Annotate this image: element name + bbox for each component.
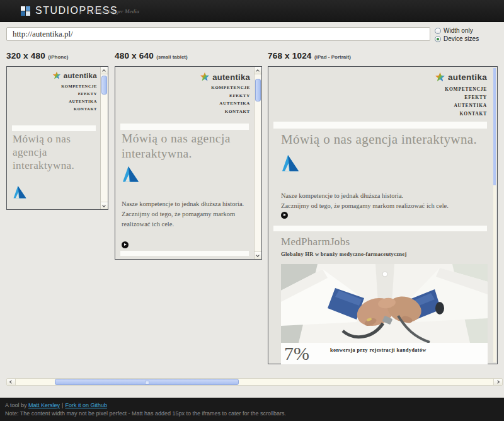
- paragraph-line-2: Zacznijmy od tego, że pomagamy markom re…: [122, 211, 235, 228]
- site-heading: Mówią o nas agencja interaktywna.: [122, 131, 249, 161]
- autentika-star-icon: [435, 72, 445, 83]
- radio-width-only-label: Width only: [444, 27, 473, 34]
- autentika-logo-text: autentika: [212, 72, 250, 82]
- autentika-star-icon: [52, 71, 61, 80]
- paragraph-line-1: Nasze kompetencje to jednak dłuższa hist…: [281, 192, 403, 199]
- footer-note: Note: The content width may not be pixel…: [5, 410, 286, 417]
- author-link[interactable]: Matt Kersley: [28, 402, 60, 408]
- autentika-logo-text: autentika: [448, 72, 487, 82]
- scroll-left-button[interactable]: [7, 379, 16, 385]
- nav-item-efekty[interactable]: EFEKTY: [445, 93, 487, 101]
- url-input[interactable]: [6, 27, 430, 41]
- frame3-size: 768 x 1024: [268, 51, 312, 61]
- view-mode-radio-group: Width only Device sizes: [435, 26, 479, 43]
- site-paragraph: Nasze kompetencje to jednak dłuższa hist…: [281, 191, 449, 211]
- scroll-right-button[interactable]: [493, 379, 502, 385]
- app-header: STUDIOPRESS by Copyblogger Media: [0, 0, 504, 22]
- scroll-up-button[interactable]: [101, 67, 108, 74]
- app-footer: A tool by Matt Kersley|Fork it on Github…: [0, 398, 504, 421]
- nav-item-autentika[interactable]: AUTENTIKA: [211, 100, 250, 108]
- nav-item-autentika[interactable]: AUTENTIKA: [61, 98, 97, 105]
- preview-iframe-768x1024: autentika KOMPETENCJE EFEKTY AUTENTIKA K…: [268, 66, 498, 364]
- stat-band: 7% konwersja przy rejestracji kandydatów: [281, 343, 488, 364]
- scroll-down-button[interactable]: [101, 202, 108, 209]
- preview-iframe-320x480: autentika KOMPETENCJE EFEKTY AUTENTIKA K…: [6, 66, 108, 210]
- nav-item-kompetencje[interactable]: KOMPETENCJE: [61, 83, 97, 90]
- frame1-size-label: 320 x 480 (iPhone): [6, 50, 68, 61]
- content-divider-bar: [273, 122, 487, 129]
- site-nav: KOMPETENCJE EFEKTY AUTENTIKA KONTAKT: [61, 83, 97, 113]
- content-divider-bar: [120, 251, 249, 256]
- responsive-testing-tool-page: STUDIOPRESS by Copyblogger Media Width o…: [0, 0, 504, 421]
- frame2-size-label: 480 x 640 (small tablet): [115, 50, 188, 61]
- site-heading: Mówią o nas agencja interaktywna.: [13, 132, 97, 172]
- nav-item-kontakt[interactable]: KONTAKT: [445, 110, 487, 118]
- nav-item-efekty[interactable]: EFEKTY: [211, 92, 250, 100]
- frame2-vertical-scrollbar[interactable]: [254, 67, 261, 259]
- site-nav: KOMPETENCJE EFEKTY AUTENTIKA KONTAKT: [445, 85, 487, 118]
- radio-device-sizes-label: Device sizes: [444, 35, 479, 42]
- scroll-down-button[interactable]: [255, 251, 261, 259]
- autentika-triangle-icon: [281, 154, 300, 172]
- stat-value: 7%: [284, 343, 309, 364]
- nav-item-kontakt[interactable]: KONTAKT: [211, 108, 250, 116]
- content-divider-bar: [273, 226, 487, 231]
- radio-width-only-icon[interactable]: [435, 28, 441, 34]
- site-nav: KOMPETENCJE EFEKTY AUTENTIKA KONTAKT: [211, 84, 250, 115]
- play-button[interactable]: [122, 241, 129, 248]
- scrollbar-thumb[interactable]: [493, 68, 496, 185]
- nav-item-efekty[interactable]: EFEKTY: [61, 90, 97, 98]
- paragraph-line-2: Zacznijmy od tego, że pomagamy markom re…: [281, 202, 449, 209]
- radio-option-device-sizes[interactable]: Device sizes: [435, 35, 479, 43]
- paragraph-line-1: Nasze kompetencje to jednak dłuższa hist…: [122, 200, 244, 207]
- footer-credit-line: A tool by Matt Kersley|Fork it on Github: [5, 402, 107, 408]
- frame3-vertical-scrollbar[interactable]: [493, 68, 496, 362]
- site-paragraph: Nasze kompetencje to jednak dłuższa hist…: [122, 199, 251, 229]
- site-heading: Mówią o nas agencja interaktywna.: [281, 132, 477, 147]
- content-divider-bar: [120, 124, 249, 130]
- frame2-device: (small tablet): [156, 54, 187, 60]
- frame2-size: 480 x 640: [115, 51, 154, 61]
- frame1-vertical-scrollbar[interactable]: [100, 67, 108, 209]
- scrollbar-thumb[interactable]: [101, 76, 107, 95]
- frame1-size: 320 x 480: [6, 51, 45, 61]
- studiopress-logo-icon: [21, 6, 30, 16]
- doctor-stethoscope-photo: [281, 264, 488, 343]
- radio-option-width-only[interactable]: Width only: [435, 26, 479, 35]
- footer-prefix: A tool by: [5, 402, 28, 408]
- frame3-device: (iPad - Portrait): [314, 54, 351, 60]
- scrollbar-thumb[interactable]: [55, 379, 239, 385]
- nav-item-kompetencje[interactable]: KOMPETENCJE: [211, 84, 250, 92]
- medpharm-subtitle: Globalny HR w branży medyczno-farmaceuty…: [281, 251, 407, 257]
- content-divider-bar: [12, 125, 96, 131]
- brand-byline: by Copyblogger Media: [87, 8, 139, 14]
- preview-iframe-480x640: autentika KOMPETENCJE EFEKTY AUTENTIKA K…: [115, 66, 262, 260]
- autentika-logo[interactable]: autentika: [435, 72, 487, 83]
- frame1-device: (iPhone): [48, 54, 68, 60]
- medpharm-title: MedPharmJobs: [281, 236, 350, 248]
- autentika-logo[interactable]: autentika: [200, 72, 250, 82]
- scrollbar-thumb[interactable]: [255, 79, 261, 101]
- nav-item-autentika[interactable]: AUTENTIKA: [445, 101, 487, 110]
- page-horizontal-scrollbar[interactable]: [6, 378, 503, 386]
- autentika-logo-text: autentika: [64, 72, 97, 79]
- fork-on-github-link[interactable]: Fork it on Github: [65, 402, 107, 408]
- nav-item-kompetencje[interactable]: KOMPETENCJE: [445, 85, 487, 93]
- stat-caption: konwersja przy rejestracji kandydatów: [330, 347, 427, 353]
- autentika-triangle-icon: [122, 166, 140, 183]
- autentika-star-icon: [200, 72, 210, 82]
- autentika-logo[interactable]: autentika: [52, 71, 97, 80]
- frame3-size-label: 768 x 1024 (iPad - Portrait): [268, 50, 351, 61]
- radio-device-sizes-icon[interactable]: [435, 36, 441, 42]
- play-button[interactable]: [281, 212, 288, 219]
- scroll-up-button[interactable]: [255, 67, 261, 74]
- nav-item-kontakt[interactable]: KONTAKT: [61, 105, 97, 113]
- autentika-triangle-icon: [13, 185, 27, 199]
